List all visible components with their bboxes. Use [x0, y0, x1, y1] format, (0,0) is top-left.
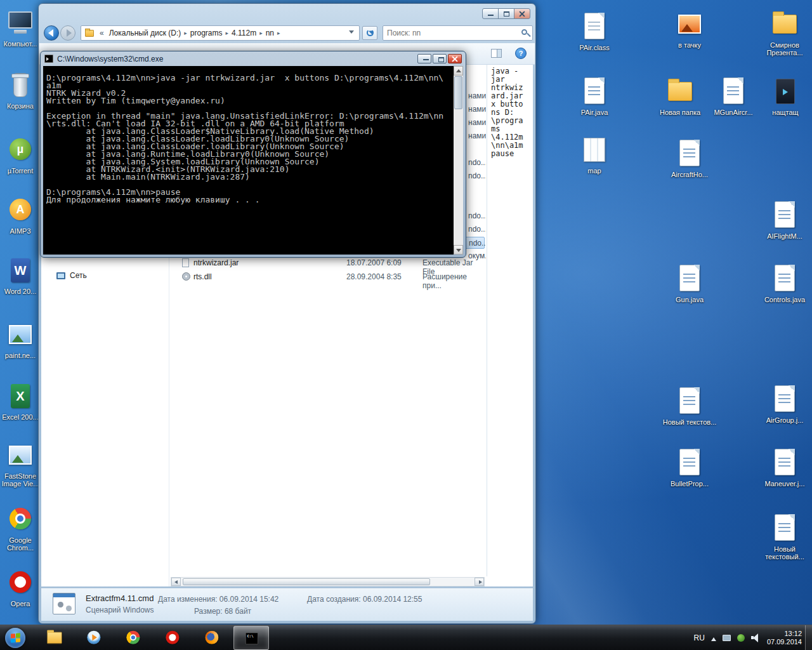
refresh-button[interactable] — [362, 26, 377, 40]
desktop-icon-v-tachku[interactable]: в тачку — [662, 9, 717, 49]
desktop-icon-gun-java[interactable]: Gun.java — [662, 263, 717, 303]
taskbar-app-media-player[interactable] — [76, 626, 112, 650]
desktop-icon-label: PAir.class — [567, 44, 622, 51]
cmd-close-button[interactable] — [448, 54, 462, 63]
breadcrumb-item[interactable]: programs — [188, 29, 225, 37]
explorer-titlebar[interactable] — [39, 4, 535, 23]
desktop-icon-novy-tekstov[interactable]: Новый текстов... — [662, 386, 717, 426]
desktop-icon-excel[interactable]: XExcel 200... — [1, 381, 40, 421]
taskbar-app-opera[interactable] — [155, 626, 190, 650]
console-scrollbar-thumb[interactable] — [454, 76, 462, 109]
taskbar-app-explorer[interactable] — [37, 626, 72, 650]
breadcrumb-item[interactable]: nn — [263, 29, 277, 37]
cmd-minimize-button[interactable] — [417, 54, 431, 63]
desktop-icon-novaya-papka[interactable]: Новая папка — [653, 76, 707, 116]
desktop-icon-airgroup[interactable]: AirGroup.j... — [757, 384, 812, 424]
sidebar-item-network[interactable]: Сеть — [56, 271, 87, 280]
desktop-icon-computer[interactable]: Компьют... — [1, 8, 40, 48]
textfile-icon — [769, 448, 800, 478]
volume-icon[interactable] — [751, 633, 761, 642]
file-row-rtsdll[interactable]: rts.dll 28.09.2004 8:35 Расширение при..… — [169, 271, 486, 283]
scrollbar-thumb[interactable] — [183, 578, 430, 585]
search-icon[interactable] — [521, 29, 527, 35]
scroll-up-arrow-icon[interactable] — [454, 66, 463, 76]
desktop-icon-word[interactable]: WWord 20... — [1, 255, 40, 295]
desktop-icon-bulletprop[interactable]: BulletProp... — [662, 448, 717, 488]
search-box[interactable] — [383, 25, 533, 41]
desktop-icon-map[interactable]: map — [567, 135, 622, 175]
desktop-icon-mgunaircr[interactable]: MGunAircr... — [708, 76, 759, 116]
breadcrumb-item[interactable]: 4.112m — [229, 29, 259, 37]
desktop-icon-aimp3[interactable]: AAIMP3 — [1, 195, 40, 235]
file-type-fragment: нами — [468, 131, 486, 140]
forward-arrow-icon — [67, 29, 72, 37]
address-dropdown-icon[interactable] — [349, 30, 354, 36]
show-hidden-icons-icon[interactable] — [711, 635, 716, 641]
file-type-fragment: ndo... — [469, 239, 486, 248]
file-row-ntrkwizard[interactable]: ntrkwizard.jar 18.07.2007 6:09 Executabl… — [169, 257, 486, 269]
start-button[interactable] — [5, 628, 25, 648]
textfile-icon — [674, 386, 705, 416]
desktop-icon-recycle-bin[interactable]: Корзина — [1, 70, 40, 110]
textfile-icon — [674, 263, 705, 294]
language-indicator[interactable]: RU — [694, 633, 705, 642]
imagewarm-icon — [674, 9, 705, 39]
desktop-icon-faststone[interactable]: FastStone Image Vie... — [1, 440, 40, 488]
desktop-icon-controls-java[interactable]: Controls.java — [757, 263, 812, 303]
desktop-icon-label: paint.ne... — [1, 352, 40, 359]
taskbar-app-firefox[interactable] — [194, 626, 230, 650]
desktop-icon-google-chrome[interactable]: Google Chrom... — [1, 504, 40, 552]
modified-value: 06.09.2014 15:42 — [219, 595, 278, 604]
network-tray-icon[interactable] — [723, 635, 731, 641]
maximize-button[interactable] — [498, 8, 514, 19]
address-bar[interactable]: «Локальный диск (D:)▸programs▸4.112m▸nn▸ — [81, 25, 360, 41]
back-button[interactable] — [44, 25, 59, 41]
scroll-left-arrow-icon[interactable] — [171, 578, 181, 586]
folder-icon — [769, 9, 800, 39]
breadcrumb-overflow[interactable]: « — [97, 29, 107, 37]
minimize-button[interactable] — [482, 8, 499, 19]
file-type-fragment: нами — [468, 118, 486, 127]
desktop-icon-pair-java[interactable]: PAir.java — [567, 76, 622, 116]
cmd-maximize-button[interactable] — [433, 54, 447, 63]
console-scrollbar[interactable] — [454, 66, 463, 255]
desktop-icon-nashtash[interactable]: нащтащ — [759, 76, 812, 116]
utorrent-icon: µ — [5, 135, 36, 165]
file-name: ntrkwizard.jar — [193, 258, 239, 267]
horizontal-scrollbar[interactable] — [171, 577, 485, 587]
scroll-right-arrow-icon[interactable] — [475, 578, 484, 586]
desktop-icon-paintnet[interactable]: paint.ne... — [1, 319, 40, 359]
desktop-icon-smirnov-prezenta[interactable]: Смирнов Презента... — [757, 9, 812, 56]
desktop-icon-novy-tekstovy[interactable]: Новый текстовый... — [757, 513, 812, 560]
modified-label: Дата изменения: — [158, 595, 218, 604]
taskbar-app-chrome[interactable] — [115, 626, 151, 650]
faststone-icon — [5, 440, 36, 470]
clock-date: 07.09.2014 — [767, 638, 802, 646]
antivirus-tray-icon[interactable] — [737, 634, 745, 642]
folder-icon — [45, 628, 64, 647]
cmd-titlebar[interactable]: C:\Windows\system32\cmd.exe — [41, 51, 466, 66]
desktop-icon-pair-class[interactable]: PAir.class — [567, 11, 622, 51]
preview-pane-toggle-icon[interactable] — [491, 49, 502, 58]
scroll-down-arrow-icon[interactable] — [454, 245, 463, 255]
desktop-icon-opera[interactable]: Opera — [1, 567, 40, 607]
taskbar-clock[interactable]: 13:12 07.09.2014 — [767, 630, 802, 646]
paintnet-icon — [5, 319, 36, 350]
desktop-icon-maneuver[interactable]: Maneuver.j... — [757, 448, 812, 488]
desktop-icon-label: Компьют... — [1, 40, 40, 48]
close-button[interactable] — [514, 8, 530, 19]
search-input[interactable] — [387, 27, 517, 39]
show-desktop-button[interactable] — [805, 625, 812, 650]
console[interactable]: D:\programs\4.112m\nn>java -jar ntrkwiza… — [43, 66, 463, 255]
help-button[interactable]: ? — [515, 48, 527, 59]
desktop-icon-aiflightm[interactable]: AIFlightM... — [757, 200, 812, 240]
textfile-icon — [718, 76, 749, 107]
network-label: Сеть — [70, 271, 87, 280]
breadcrumb-item[interactable]: Локальный диск (D:) — [107, 29, 184, 37]
chrome-icon — [5, 504, 36, 534]
breadcrumb-separator-icon: ▸ — [277, 30, 281, 36]
taskbar-app-cmd[interactable]: C:\ — [233, 626, 269, 650]
desktop-icon-utorrent[interactable]: µµTorrent — [1, 135, 40, 175]
desktop-icon-aircraftho[interactable]: AircraftHo... — [662, 138, 717, 178]
forward-button[interactable] — [60, 25, 75, 41]
